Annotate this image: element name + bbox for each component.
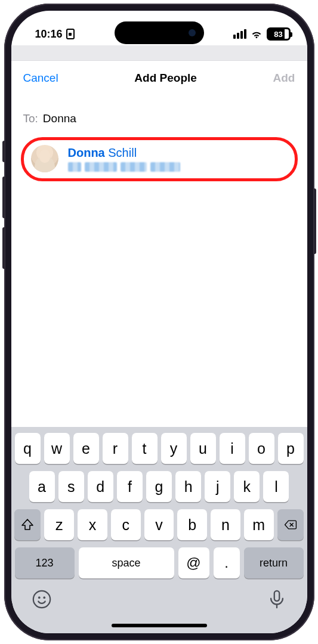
cellular-icon <box>233 29 246 39</box>
key-f[interactable]: f <box>117 471 143 502</box>
svg-point-0 <box>33 591 50 608</box>
battery-level: 83 <box>274 30 282 39</box>
key-d[interactable]: d <box>88 471 113 502</box>
status-time: 10:16 <box>35 28 63 41</box>
keyboard-row-2: asdfghjkl <box>15 471 304 502</box>
suggestion-first-name: Donna <box>68 146 105 159</box>
svg-point-1 <box>38 596 40 599</box>
key-x[interactable]: x <box>78 509 107 540</box>
nav-bar: Cancel Add People Add <box>11 61 307 95</box>
add-button[interactable]: Add <box>273 72 295 85</box>
key-s[interactable]: s <box>58 471 84 502</box>
keyboard-row-3: zxcvbnm <box>15 509 304 540</box>
page-title: Add People <box>134 72 197 85</box>
key-t[interactable]: t <box>132 433 158 464</box>
key-k[interactable]: k <box>234 471 260 502</box>
key-y[interactable]: y <box>161 433 187 464</box>
key-g[interactable]: g <box>146 471 172 502</box>
key-c[interactable]: c <box>111 509 141 540</box>
sheet-background-gap <box>11 45 307 61</box>
key-q[interactable]: q <box>15 433 41 464</box>
key-i[interactable]: i <box>220 433 245 464</box>
suggestion-detail-redacted <box>68 162 180 172</box>
key-p[interactable]: p <box>278 433 304 464</box>
volume-up <box>2 177 5 218</box>
suggestion-text: Donna Schill <box>68 146 180 172</box>
volume-down <box>2 227 5 269</box>
screen: 10:16 83 Cancel Add People Add <box>11 11 307 633</box>
wifi-icon <box>251 29 263 39</box>
suggestion-name: Donna Schill <box>68 146 180 160</box>
key-u[interactable]: u <box>190 433 216 464</box>
sim-icon <box>66 29 75 39</box>
key-l[interactable]: l <box>263 471 289 502</box>
key-o[interactable]: o <box>249 433 274 464</box>
key-n[interactable]: n <box>211 509 240 540</box>
dynamic-island <box>115 21 204 44</box>
key-w[interactable]: w <box>44 433 70 464</box>
key-m[interactable]: m <box>244 509 274 540</box>
key-z[interactable]: z <box>44 509 74 540</box>
return-key[interactable]: return <box>244 547 304 578</box>
shift-key[interactable] <box>14 509 41 540</box>
keyboard-row-4: 123 space @ . return <box>15 547 304 578</box>
keyboard: qwertyuiop asdfghjkl zxcvbnm 123 space @… <box>11 427 307 582</box>
avatar <box>31 145 58 172</box>
volume-switch <box>2 141 5 162</box>
key-r[interactable]: r <box>103 433 128 464</box>
home-indicator[interactable] <box>112 624 207 627</box>
recipient-field[interactable]: To: Donna <box>11 95 307 134</box>
to-label: To: <box>23 112 38 125</box>
keyboard-row-1: qwertyuiop <box>15 433 304 464</box>
dot-key[interactable]: . <box>214 547 240 578</box>
key-b[interactable]: b <box>177 509 207 540</box>
svg-rect-3 <box>274 591 279 601</box>
power-button <box>314 188 316 254</box>
emoji-key[interactable] <box>32 589 52 609</box>
numbers-key[interactable]: 123 <box>15 547 75 578</box>
dictation-key[interactable] <box>267 589 287 609</box>
key-e[interactable]: e <box>73 433 99 464</box>
key-a[interactable]: a <box>29 471 55 502</box>
suggestion-last-name: Schill <box>108 146 137 159</box>
key-j[interactable]: j <box>205 471 230 502</box>
key-h[interactable]: h <box>175 471 201 502</box>
backspace-key[interactable] <box>277 509 304 540</box>
key-v[interactable]: v <box>144 509 174 540</box>
space-key[interactable]: space <box>79 547 174 578</box>
battery-icon: 83 <box>267 27 291 41</box>
at-key[interactable]: @ <box>178 547 209 578</box>
to-input[interactable]: Donna <box>43 112 76 125</box>
svg-point-2 <box>43 596 45 599</box>
cancel-button[interactable]: Cancel <box>23 72 58 85</box>
contact-suggestion[interactable]: Donna Schill <box>21 137 298 181</box>
phone-frame: 10:16 83 Cancel Add People Add <box>4 4 314 640</box>
